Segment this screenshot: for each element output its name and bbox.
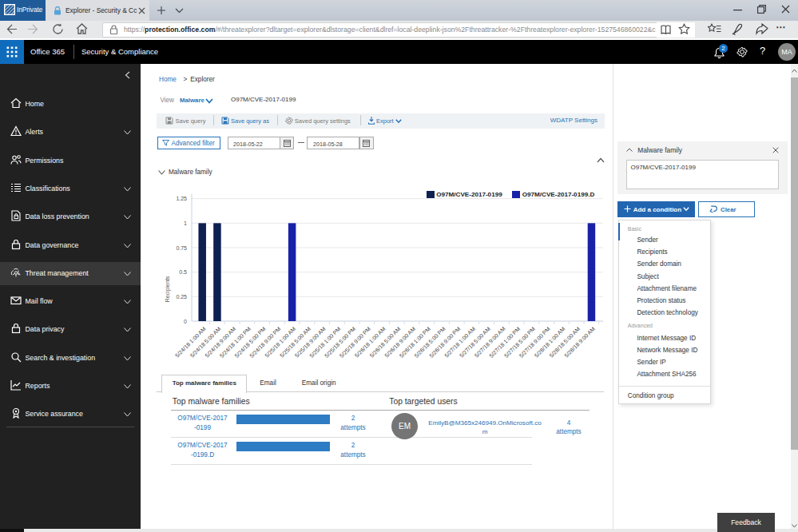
svg-text:Recipients: Recipients xyxy=(165,276,171,302)
svg-text:0.5: 0.5 xyxy=(179,269,187,275)
svg-text:0.25: 0.25 xyxy=(176,294,187,300)
svg-text:0.75: 0.75 xyxy=(176,245,187,251)
svg-text:1: 1 xyxy=(184,220,187,226)
svg-text:1.25: 1.25 xyxy=(176,196,187,201)
svg-text:0: 0 xyxy=(184,319,187,324)
